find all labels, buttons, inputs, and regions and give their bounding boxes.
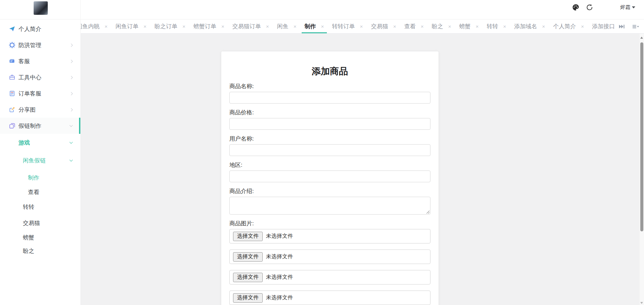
document-icon <box>9 90 15 97</box>
field-label: 商品图片: <box>229 221 430 226</box>
sidebar-item-个人简介[interactable]: 个人简介 <box>0 21 80 37</box>
close-icon[interactable]: × <box>321 24 324 29</box>
close-icon[interactable]: × <box>105 24 108 29</box>
sidebar-item-工具中心[interactable]: 工具中心 <box>0 69 80 85</box>
tab-交易猫订单[interactable]: 交易猫订单× <box>228 20 273 33</box>
sidebar-item-label: 查看 <box>28 188 39 196</box>
sidebar: 个人简介防洪管理客服工具中心订单客服分享图假链制作游戏闲鱼假链制作查看转转交易猫… <box>0 0 81 305</box>
text-field[interactable] <box>229 170 430 182</box>
tab-螃蟹订单[interactable]: 螃蟹订单× <box>189 20 228 33</box>
scrollbar-down-arrow[interactable] <box>640 302 643 304</box>
add-product-form: 商品名称:商品价格:用户名称:地区:商品介绍:商品图片:选择文件未选择文件选择文… <box>229 83 430 305</box>
file-upload-row: 选择文件未选择文件 <box>229 270 430 284</box>
sidebar-item-制作[interactable]: 制作 <box>0 169 80 186</box>
sidebar-item-分享图[interactable]: 分享图 <box>0 102 80 118</box>
tab-闲鱼[interactable]: 闲鱼× <box>273 20 301 33</box>
sidebar-item-label: 转转 <box>23 203 34 211</box>
sidebar-item-label: 个人简介 <box>18 25 41 33</box>
sidebar-item-客服[interactable]: 客服 <box>0 53 80 69</box>
file-empty-label: 未选择文件 <box>266 294 293 301</box>
file-empty-label: 未选择文件 <box>266 253 293 260</box>
field-label: 商品名称: <box>229 83 430 89</box>
sidebar-item-游戏[interactable]: 游戏 <box>0 134 80 151</box>
tab-label: 转转订单 <box>332 23 355 30</box>
close-icon[interactable]: × <box>183 24 186 29</box>
chevron-right-icon <box>70 76 73 79</box>
text-field[interactable] <box>229 144 430 156</box>
palette-icon[interactable] <box>572 4 579 11</box>
tab-label: 交易猫 <box>371 23 388 30</box>
text-field[interactable] <box>229 118 430 130</box>
sidebar-item-label: 订单客服 <box>18 90 41 98</box>
sidebar-logo-avatar <box>34 1 48 15</box>
close-icon[interactable]: × <box>393 24 396 29</box>
tab-交易猫[interactable]: 交易猫× <box>367 20 400 33</box>
field-label: 商品价格: <box>229 110 430 115</box>
close-icon[interactable]: × <box>421 24 424 29</box>
scroll-right-icon[interactable] <box>618 24 625 30</box>
top-header: 烬霜 <box>81 0 644 19</box>
tab-闲鱼内眺[interactable]: 闲鱼内眺× <box>81 20 112 33</box>
tab-转转[interactable]: 转转× <box>483 20 510 33</box>
field-label: 商品介绍: <box>229 188 430 194</box>
vertical-scrollbar[interactable] <box>640 34 644 305</box>
close-icon[interactable]: × <box>503 24 506 29</box>
close-icon[interactable]: × <box>360 24 363 29</box>
sidebar-item-查看[interactable]: 查看 <box>0 186 80 198</box>
sidebar-item-螃蟹[interactable]: 螃蟹 <box>0 231 80 244</box>
choose-file-button[interactable]: 选择文件 <box>233 293 263 303</box>
file-empty-label: 未选择文件 <box>266 274 293 281</box>
close-icon[interactable]: × <box>294 24 297 29</box>
user-avatar[interactable] <box>601 1 614 14</box>
tab-制作[interactable]: 制作× <box>301 20 328 33</box>
chevron-right-icon <box>70 92 73 95</box>
tab-label: 转转 <box>487 23 498 30</box>
tab-label: 闲鱼 <box>277 23 289 30</box>
user-menu[interactable]: 烬霜 <box>620 4 635 11</box>
choose-file-button[interactable]: 选择文件 <box>233 252 263 262</box>
tab-查看[interactable]: 查看× <box>400 20 428 33</box>
username: 烬霜 <box>620 4 630 11</box>
choose-file-button[interactable]: 选择文件 <box>233 273 263 282</box>
description-field[interactable] <box>229 197 430 215</box>
sidebar-item-交易猫[interactable]: 交易猫 <box>0 215 80 231</box>
close-icon[interactable]: × <box>266 24 269 29</box>
sidebar-item-转转[interactable]: 转转 <box>0 198 80 215</box>
tab-添加域名[interactable]: 添加域名× <box>510 20 549 33</box>
sidebar-item-假链制作[interactable]: 假链制作 <box>0 118 80 134</box>
file-upload-row: 选择文件未选择文件 <box>229 250 430 264</box>
sidebar-item-订单客服[interactable]: 订单客服 <box>0 85 80 102</box>
choose-file-button[interactable]: 选择文件 <box>233 232 263 241</box>
tab-转转订单[interactable]: 转转订单× <box>328 20 367 33</box>
tab-label: 个人简介 <box>553 23 576 30</box>
sidebar-item-盼之[interactable]: 盼之 <box>0 244 80 258</box>
tab-controls <box>618 20 639 33</box>
tab-添加接口[interactable]: 添加接口× <box>588 20 617 33</box>
refresh-icon[interactable] <box>586 4 593 11</box>
chevron-right-icon <box>70 108 73 111</box>
sidebar-item-闲鱼假链[interactable]: 闲鱼假链 <box>0 151 80 169</box>
text-field[interactable] <box>229 92 430 104</box>
close-icon[interactable]: × <box>581 24 584 29</box>
tab-label: 闲鱼内眺 <box>81 23 100 30</box>
sidebar-item-label: 交易猫 <box>23 219 40 227</box>
tab-list-icon[interactable] <box>633 24 639 30</box>
copy-link-icon <box>9 122 15 129</box>
close-icon[interactable]: × <box>476 24 479 29</box>
scrollbar-up-arrow[interactable] <box>640 37 643 39</box>
tab-label: 查看 <box>404 23 416 30</box>
tab-盼之订单[interactable]: 盼之订单× <box>151 20 190 33</box>
tab-个人简介[interactable]: 个人简介× <box>549 20 588 33</box>
header-actions: 烬霜 <box>572 0 635 15</box>
paper-plane-icon <box>9 26 15 32</box>
sidebar-item-防洪管理[interactable]: 防洪管理 <box>0 37 80 53</box>
close-icon[interactable]: × <box>221 24 224 29</box>
close-icon[interactable]: × <box>144 24 147 29</box>
tab-盼之[interactable]: 盼之× <box>428 20 455 33</box>
chevron-down-icon <box>70 158 73 162</box>
close-icon[interactable]: × <box>448 24 451 29</box>
close-icon[interactable]: × <box>542 24 545 29</box>
scrollbar-thumb[interactable] <box>640 42 643 231</box>
tab-闲鱼订单[interactable]: 闲鱼订单× <box>112 20 151 33</box>
tab-螃蟹[interactable]: 螃蟹× <box>455 20 483 33</box>
